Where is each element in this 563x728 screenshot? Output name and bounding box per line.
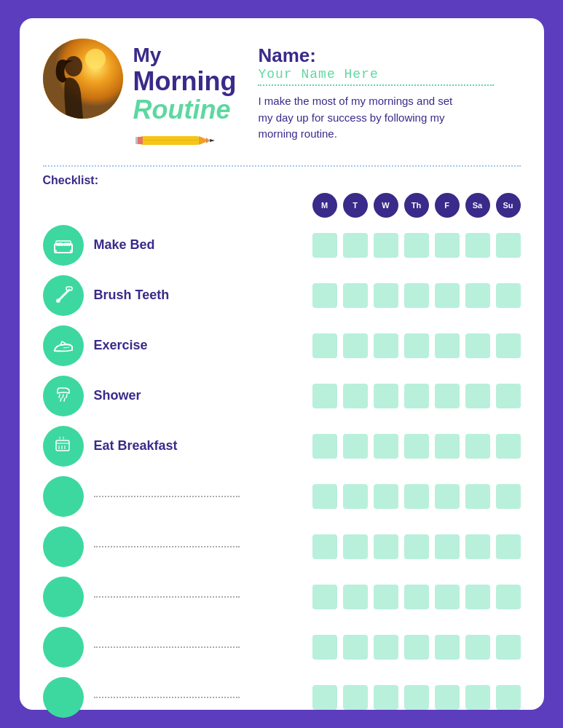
cb-mon[interactable]	[312, 333, 337, 358]
cb-wed[interactable]	[374, 384, 398, 408]
cb-mon[interactable]	[312, 384, 337, 408]
day-wednesday: W	[374, 193, 398, 218]
cb-fri[interactable]	[435, 685, 460, 710]
cb-wed[interactable]	[374, 484, 398, 509]
checkboxes-blank-4	[312, 635, 521, 660]
cb-sun[interactable]	[496, 534, 521, 559]
pencil-icon	[133, 132, 237, 151]
checkboxes-blank-1	[312, 484, 521, 509]
icon-make-bed	[43, 225, 84, 266]
cb-sat[interactable]	[465, 333, 490, 358]
cb-thu[interactable]	[404, 585, 429, 609]
cb-fri[interactable]	[435, 534, 460, 559]
cb-wed[interactable]	[374, 283, 398, 308]
item-exercise: Exercise	[94, 338, 240, 353]
row-brush-teeth: Brush Teeth	[43, 271, 521, 321]
cb-tue[interactable]	[343, 685, 368, 710]
cb-fri[interactable]	[435, 585, 460, 609]
cb-mon[interactable]	[312, 534, 337, 559]
cb-mon[interactable]	[312, 233, 337, 258]
cb-thu[interactable]	[404, 484, 429, 509]
cb-wed[interactable]	[374, 685, 398, 710]
row-blank-1	[43, 472, 521, 522]
cb-fri[interactable]	[435, 434, 460, 459]
cb-fri[interactable]	[435, 484, 460, 509]
cb-sun[interactable]	[496, 233, 521, 258]
cb-fri[interactable]	[435, 635, 460, 660]
checkboxes-brush-teeth	[312, 283, 521, 308]
cb-thu[interactable]	[404, 434, 429, 459]
checklist-label: Checklist:	[43, 174, 521, 187]
cb-wed[interactable]	[374, 233, 398, 258]
cb-thu[interactable]	[404, 635, 429, 660]
header-right: Name: Your Name Here I make the most of …	[258, 39, 520, 143]
blank-dots-1	[94, 496, 240, 497]
cb-tue[interactable]	[343, 585, 368, 609]
cb-thu[interactable]	[404, 333, 429, 358]
title-my: My	[133, 44, 237, 67]
checkboxes-blank-2	[312, 534, 521, 559]
checkboxes-exercise	[312, 333, 521, 358]
cb-fri[interactable]	[435, 233, 460, 258]
cb-sat[interactable]	[465, 534, 490, 559]
cb-sun[interactable]	[496, 635, 521, 660]
cb-tue[interactable]	[343, 635, 368, 660]
cb-tue[interactable]	[343, 534, 368, 559]
cb-sun[interactable]	[496, 585, 521, 609]
cb-mon[interactable]	[312, 434, 337, 459]
cb-wed[interactable]	[374, 434, 398, 459]
cb-sat[interactable]	[465, 384, 490, 408]
title-routine: Routine	[133, 95, 237, 124]
day-friday: F	[435, 193, 460, 218]
svg-line-19	[63, 347, 69, 348]
svg-line-21	[63, 395, 63, 397]
cb-sat[interactable]	[465, 233, 490, 258]
cb-tue[interactable]	[343, 434, 368, 459]
days-header: M T W Th F Sa Su	[43, 193, 521, 218]
cb-sat[interactable]	[465, 585, 490, 609]
cb-thu[interactable]	[404, 283, 429, 308]
header: My Morning Routine	[43, 39, 521, 151]
cb-sun[interactable]	[496, 333, 521, 358]
cb-wed[interactable]	[374, 534, 398, 559]
cb-sun[interactable]	[496, 283, 521, 308]
cb-fri[interactable]	[435, 283, 460, 308]
cb-sat[interactable]	[465, 484, 490, 509]
cb-sat[interactable]	[465, 685, 490, 710]
cb-mon[interactable]	[312, 585, 337, 609]
cb-tue[interactable]	[343, 484, 368, 509]
cb-tue[interactable]	[343, 283, 368, 308]
cb-sun[interactable]	[496, 484, 521, 509]
cb-fri[interactable]	[435, 333, 460, 358]
cb-mon[interactable]	[312, 635, 337, 660]
cb-sat[interactable]	[465, 434, 490, 459]
cb-mon[interactable]	[312, 484, 337, 509]
cb-thu[interactable]	[404, 233, 429, 258]
cb-sun[interactable]	[496, 384, 521, 408]
cb-sat[interactable]	[465, 635, 490, 660]
cb-thu[interactable]	[404, 384, 429, 408]
cb-wed[interactable]	[374, 635, 398, 660]
cb-thu[interactable]	[404, 685, 429, 710]
profile-photo	[43, 39, 123, 119]
cb-mon[interactable]	[312, 685, 337, 710]
item-eat-breakfast: Eat Breakfast	[94, 438, 240, 454]
cb-tue[interactable]	[343, 333, 368, 358]
svg-point-0	[43, 39, 123, 119]
cb-tue[interactable]	[343, 384, 368, 408]
svg-marker-9	[210, 139, 215, 142]
cb-sat[interactable]	[465, 283, 490, 308]
cb-tue[interactable]	[343, 233, 368, 258]
cb-sun[interactable]	[496, 685, 521, 710]
svg-line-23	[60, 398, 61, 401]
day-tuesday: T	[343, 193, 368, 218]
svg-rect-25	[56, 440, 69, 451]
cb-mon[interactable]	[312, 283, 337, 308]
cb-sun[interactable]	[496, 434, 521, 459]
cb-thu[interactable]	[404, 534, 429, 559]
cb-fri[interactable]	[435, 384, 460, 408]
cb-wed[interactable]	[374, 585, 398, 609]
cb-wed[interactable]	[374, 333, 398, 358]
svg-rect-12	[58, 242, 63, 245]
row-shower: Shower	[43, 371, 521, 422]
